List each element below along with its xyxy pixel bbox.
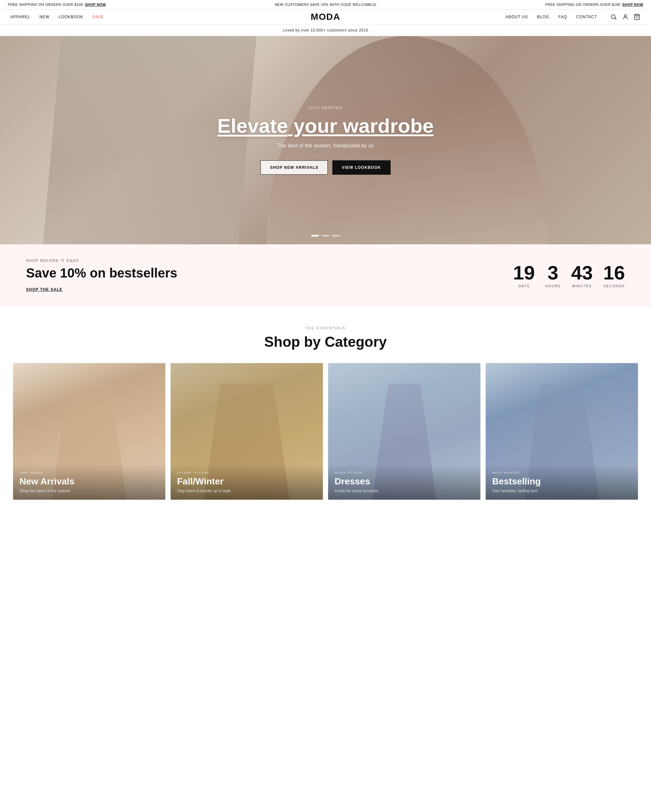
nav-contact[interactable]: CONTACT — [576, 15, 597, 19]
card-subtitle-fall-winter: Stay warm & bundle up in style — [177, 488, 316, 493]
sub-bar: Loved by over 10,000+ customers since 20… — [0, 25, 651, 36]
announcement-center: NEW CUSTOMERS SAVE 10% WITH CODE WELCOME… — [106, 3, 545, 6]
category-section: THE ESSENTIALS Shop by Category JUST ADD… — [0, 307, 651, 519]
nav-blog[interactable]: BLOG — [537, 15, 549, 19]
hero-label: JUST ARRIVED — [98, 106, 553, 110]
announcement-right: FREE SHIPPING ON ORDERS OVER $100 SHOP N… — [545, 3, 643, 6]
nav-new[interactable]: NEW — [40, 15, 49, 19]
countdown-hours-label: HOURS — [545, 284, 561, 288]
announcement-left-link[interactable]: SHOP NOW — [85, 3, 106, 6]
announcement-right-text: FREE SHIPPING ON ORDERS OVER $100 — [545, 3, 620, 6]
countdown-hours: 3 HOURS — [545, 263, 561, 288]
countdown-minutes: 43 MINUTES — [571, 263, 593, 288]
category-card-bestselling[interactable]: MOST WANTED Bestselling Your favorites, … — [486, 363, 638, 500]
countdown-seconds-number: 16 — [603, 263, 625, 283]
card-tag-new-arrivals: JUST ADDED — [20, 471, 159, 474]
category-card-fall-winter[interactable]: LAYERS TO LOVE Fall/Winter Stay warm & b… — [171, 363, 323, 500]
hero-dot-3[interactable] — [332, 235, 340, 237]
nav-lookbook[interactable]: LOOKBOOK — [59, 15, 83, 19]
hero-buttons: SHOP NEW ARRIVALS VIEW LOOKBOOK — [98, 160, 553, 175]
nav-about[interactable]: ABOUT US — [506, 15, 528, 19]
card-subtitle-new-arrivals: Shop the latest of the season — [20, 488, 159, 493]
view-lookbook-button[interactable]: VIEW LOOKBOOK — [332, 160, 390, 175]
svg-point-2 — [624, 15, 627, 17]
nav-right: ABOUT US BLOG FAQ CONTACT — [326, 13, 640, 20]
hero-dot-1[interactable] — [311, 235, 319, 237]
nav-faq[interactable]: FAQ — [558, 15, 567, 19]
account-icon[interactable] — [622, 13, 629, 20]
sale-label: SHOP BEFORE IT ENDS — [26, 259, 494, 263]
category-card-new-arrivals[interactable]: JUST ADDED New Arrivals Shop the latest … — [13, 363, 165, 500]
nav-icons — [610, 13, 640, 20]
countdown-seconds: 16 SECONDS — [603, 263, 625, 288]
navbar: APPAREL NEW LOOKBOOK SALE MODA ABOUT US … — [0, 9, 651, 25]
hero-title: Elevate your wardrobe — [98, 115, 553, 137]
hero-section: JUST ARRIVED Elevate your wardrobe The b… — [0, 36, 651, 244]
sale-title: Save 10% on bestsellers — [26, 266, 494, 281]
card-overlay-new-arrivals: JUST ADDED New Arrivals Shop the latest … — [13, 464, 165, 500]
category-section-label: THE ESSENTIALS — [13, 326, 638, 330]
hero-dots — [311, 235, 340, 237]
sale-text: SHOP BEFORE IT ENDS Save 10% on bestsell… — [26, 259, 494, 292]
card-tag-bestselling: MOST WANTED — [492, 471, 631, 474]
card-title-new-arrivals: New Arrivals — [20, 476, 159, 487]
card-overlay-bestselling: MOST WANTED Bestselling Your favorites, … — [486, 464, 638, 500]
nav-left: APPAREL NEW LOOKBOOK SALE — [11, 15, 326, 19]
cart-icon[interactable] — [633, 13, 640, 20]
countdown-hours-number: 3 — [545, 263, 561, 283]
category-section-title: Shop by Category — [13, 334, 638, 350]
search-icon[interactable] — [610, 13, 617, 20]
card-subtitle-bestselling: Your favorites, selling fast! — [492, 488, 631, 493]
nav-sale[interactable]: SALE — [92, 15, 104, 19]
card-title-dresses: Dresses — [335, 476, 474, 487]
countdown: 19 DAYS 3 HOURS 43 MINUTES 16 SECONDS — [513, 263, 625, 288]
shop-the-sale-link[interactable]: SHOP THE SALE — [26, 287, 63, 292]
announcement-right-link[interactable]: SHOP NOW — [622, 3, 643, 6]
card-subtitle-dresses: A look for every occasion — [335, 488, 474, 493]
svg-line-1 — [615, 18, 616, 20]
card-overlay-dresses: SLEEK STYLES Dresses A look for every oc… — [328, 464, 480, 500]
countdown-days-label: DAYS — [513, 284, 535, 288]
announcement-left: FREE SHIPPING ON ORDERS OVER $100 SHOP N… — [8, 3, 106, 6]
card-tag-fall-winter: LAYERS TO LOVE — [177, 471, 316, 474]
category-card-dresses[interactable]: SLEEK STYLES Dresses A look for every oc… — [328, 363, 480, 500]
hero-dot-2[interactable] — [322, 235, 329, 237]
hero-title-rest: your wardrobe — [288, 114, 434, 137]
hero-content: JUST ARRIVED Elevate your wardrobe The b… — [98, 106, 553, 175]
countdown-minutes-label: MINUTES — [571, 284, 593, 288]
countdown-minutes-number: 43 — [571, 263, 593, 283]
svg-point-0 — [611, 15, 615, 18]
sub-bar-text: Loved by over 10,000+ customers since 20… — [283, 28, 368, 32]
announcement-bar: FREE SHIPPING ON ORDERS OVER $100 SHOP N… — [0, 0, 651, 9]
category-grid: JUST ADDED New Arrivals Shop the latest … — [13, 363, 638, 500]
card-overlay-fall-winter: LAYERS TO LOVE Fall/Winter Stay warm & b… — [171, 464, 323, 500]
shop-new-arrivals-button[interactable]: SHOP NEW ARRIVALS — [260, 160, 328, 175]
hero-title-underline: Elevate — [217, 114, 288, 137]
card-tag-dresses: SLEEK STYLES — [335, 471, 474, 474]
hero-subtitle: The best of the season, handpicked by us — [98, 143, 553, 149]
countdown-seconds-label: SECONDS — [603, 284, 625, 288]
countdown-days: 19 DAYS — [513, 263, 535, 288]
announcement-center-text: NEW CUSTOMERS SAVE 10% WITH CODE WELCOME… — [275, 3, 376, 6]
sale-banner: SHOP BEFORE IT ENDS Save 10% on bestsell… — [0, 244, 651, 307]
nav-apparel[interactable]: APPAREL — [11, 15, 30, 19]
nav-logo[interactable]: MODA — [310, 12, 340, 22]
card-title-fall-winter: Fall/Winter — [177, 476, 316, 487]
countdown-days-number: 19 — [513, 263, 535, 283]
announcement-left-text: FREE SHIPPING ON ORDERS OVER $100 — [8, 3, 83, 6]
card-title-bestselling: Bestselling — [492, 476, 631, 487]
